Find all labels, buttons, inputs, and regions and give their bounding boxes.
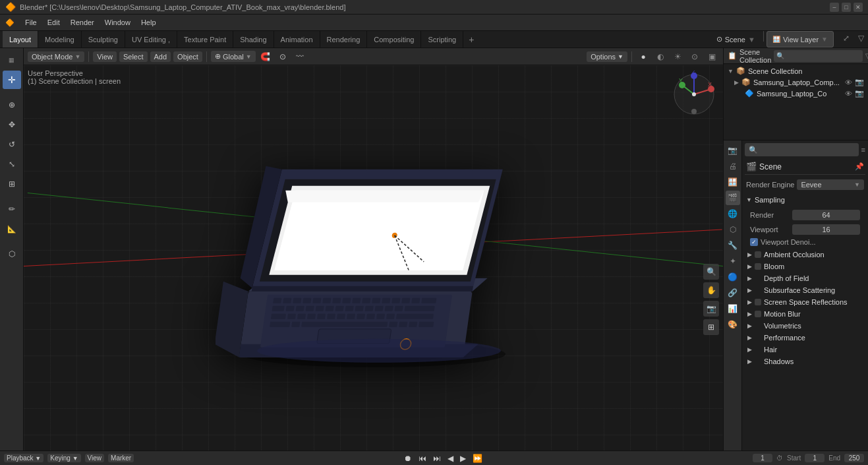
full-screen-button[interactable]: ⤢ [839,31,854,46]
pin-button[interactable]: 📌 [855,162,864,171]
navigation-gizmo[interactable]: X Y Z [670,71,718,119]
orthographic-icon[interactable]: ⊞ [703,319,719,335]
outliner-search-input[interactable] [774,50,863,62]
step-forward-icon[interactable]: ⏩ [471,454,484,463]
viewport[interactable]: Object Mode▼ View Select Add Object ⊕Glo… [24,48,723,450]
visibility-icon-1[interactable]: 👁 [845,78,852,86]
tab-texture-paint[interactable]: Texture Paint [177,31,233,47]
performance-section[interactable]: ▶ Performance [745,332,865,344]
zoom-to-fit-icon[interactable]: 🔍 [703,264,719,280]
prop-constraints-icon[interactable]: 🔗 [726,286,740,300]
proportional-edit-icon[interactable]: ⊙ [275,49,290,64]
outliner-filter-button[interactable]: ▽ [865,49,868,63]
prop-object-icon[interactable]: ⬡ [726,222,740,237]
viewport-denoise-checkbox[interactable]: ✓ [750,238,758,246]
tab-uv-editing[interactable]: UV Editing , [125,31,177,47]
outliner-scene-collection[interactable]: ▼ 📦 Scene Collection [724,65,868,77]
viewport-overlay-toggle[interactable]: ⊙ [687,49,702,64]
filter-button[interactable]: ▽ [854,31,868,46]
render-visibility-icon-1[interactable]: 📷 [855,78,864,86]
maximize-button[interactable]: □ [842,3,851,12]
add-workspace-button[interactable]: + [463,31,479,47]
snap-magnet-icon[interactable]: 🧲 [258,49,273,64]
record-icon[interactable]: ⏺ [403,454,413,463]
start-frame-input[interactable]: 1 [805,454,825,462]
viewport-shading-rendered[interactable]: ☀ [670,49,685,64]
viewport-xray-toggle[interactable]: ▣ [705,49,719,64]
viewport-options-button[interactable]: Options ▼ [587,51,627,62]
prop-render-icon[interactable]: 📷 [726,143,740,158]
cursor-tool[interactable]: ⊕ [3,96,21,114]
viewport-shading-material[interactable]: ◐ [653,49,668,64]
timeline-playback-menu[interactable]: Playback ▼ [4,454,43,462]
properties-search-input[interactable] [745,143,859,156]
viewport-object-menu[interactable]: Object [173,51,202,62]
close-button[interactable]: ✕ [854,3,863,12]
viewport-view-menu[interactable]: View [93,51,117,62]
motion-blur-checkbox[interactable] [755,311,761,317]
volumetrics-section[interactable]: ▶ Volumetrics [745,320,865,332]
current-frame-input[interactable]: 1 [753,454,772,462]
move-tool[interactable]: ✥ [3,115,21,134]
view-layer-selector[interactable]: 🪟 View Layer ▼ [767,31,834,47]
tab-scripting[interactable]: Scripting [421,31,463,47]
viewport-add-menu[interactable]: Add [150,51,171,62]
subsurface-scattering-section[interactable]: ▶ Subsurface Scattering [745,284,865,296]
prop-world-icon[interactable]: 🌐 [726,206,740,221]
frame-clock-icon[interactable]: ⏱ [776,454,783,462]
end-frame-input[interactable]: 250 [844,454,864,462]
tab-shading[interactable]: Shading [233,31,274,47]
timeline-marker-menu[interactable]: Marker [108,454,134,462]
viewport-samples-input[interactable]: 16 [792,224,860,235]
tab-rendering[interactable]: Rendering [320,31,368,47]
hair-section[interactable]: ▶ Hair [745,344,865,356]
camera-icon[interactable]: 📷 [703,301,719,317]
sampling-section-header[interactable]: ▼ Sampling [745,193,865,206]
transform-tool[interactable]: ⊞ [3,175,21,193]
outliner-item-1[interactable]: ▶ 📦 Samsung_Laptop_Comp... 👁 📷 [724,77,868,88]
ambient-occlusion-section[interactable]: ▶ Ambient Occlusion [745,249,865,261]
select-tool[interactable]: ✛ [3,71,21,89]
ssr-checkbox[interactable] [755,299,761,305]
menu-window[interactable]: Window [100,15,136,30]
add-cube-tool[interactable]: ⬡ [3,245,21,263]
menu-file[interactable]: File [20,15,42,30]
render-engine-selector[interactable]: Eevee ▼ [797,179,864,190]
prop-physics-icon[interactable]: 🔵 [726,270,740,284]
viewport-select-menu[interactable]: Select [119,51,148,62]
render-visibility-icon-2[interactable]: 📷 [855,89,864,98]
prop-data-icon[interactable]: 📊 [726,301,740,316]
ao-checkbox[interactable] [755,251,761,258]
rotate-tool[interactable]: ↺ [3,135,21,154]
prop-modifier-icon[interactable]: 🔧 [726,238,740,253]
viewport-shading-solid[interactable]: ● [636,49,651,64]
properties-menu-button[interactable]: ≡ [861,146,865,154]
tab-layout[interactable]: Layout [3,31,38,47]
prop-scene-icon[interactable]: 🎬 [726,191,740,205]
play-icon[interactable]: ▶ [459,454,467,463]
menu-help[interactable]: Help [136,15,161,30]
tab-animation[interactable]: Animation [274,31,320,47]
viewport-canvas[interactable]: User Perspective (1) Scene Collection | … [24,65,723,450]
outliner-item-2[interactable]: 🔷 Samsung_Laptop_Co 👁 📷 [724,88,868,99]
falloff-icon[interactable]: 〰 [293,49,307,64]
object-mode-selector[interactable]: Object Mode▼ [28,51,84,62]
render-samples-input[interactable]: 64 [792,210,860,220]
annotate-tool[interactable]: ✏ [3,200,21,218]
bloom-section[interactable]: ▶ Bloom [745,261,865,272]
step-back-icon[interactable]: ◀ [446,454,455,463]
prop-view-layer-icon[interactable]: 🪟 [726,175,740,189]
prop-particles-icon[interactable]: ✦ [726,254,740,268]
jump-back-icon[interactable]: ⏭ [432,454,442,463]
scene-selector[interactable]: ⊙ Scene ▼ [711,31,761,47]
visibility-icon-2[interactable]: 👁 [845,90,852,98]
bloom-checkbox[interactable] [755,263,761,270]
minimize-button[interactable]: – [830,3,839,12]
prop-material-icon[interactable]: 🎨 [726,317,740,332]
shadows-section[interactable]: ▶ Shadows [745,356,865,367]
scale-tool[interactable]: ⤡ [3,155,21,173]
pan-icon[interactable]: ✋ [703,282,719,298]
jump-start-icon[interactable]: ⏮ [417,454,428,463]
motion-blur-section[interactable]: ▶ Motion Blur [745,308,865,320]
menu-edit[interactable]: Edit [42,15,65,30]
